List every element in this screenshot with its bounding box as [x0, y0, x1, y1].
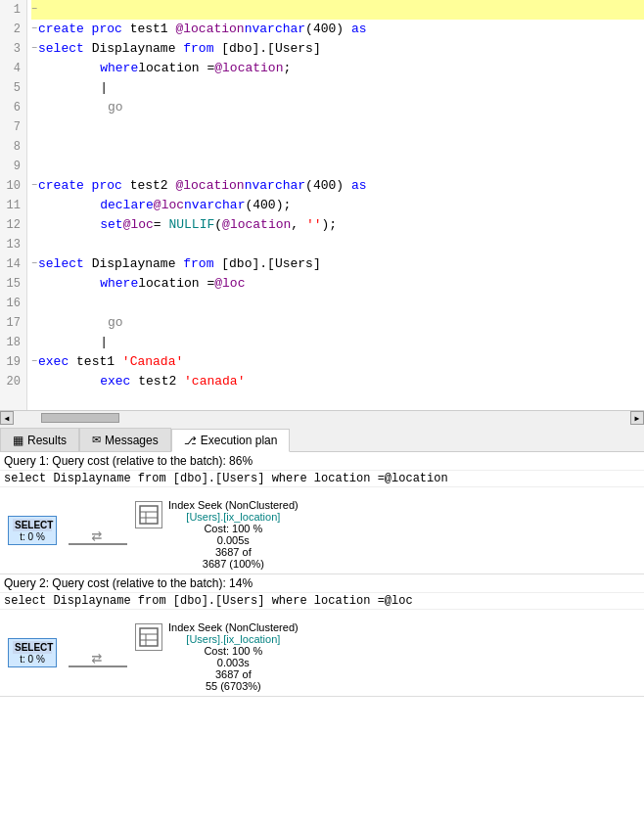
- code-line-4: where location =@location;: [31, 59, 644, 78]
- svg-rect-4: [140, 628, 158, 646]
- code-line-14: −select Displayname from [dbo].[Users]: [31, 254, 644, 274]
- collapse-icon-2[interactable]: −: [31, 20, 37, 39]
- query2-select-box: SELECT t: 0 %: [8, 638, 57, 667]
- query1-sql: select Displayname from [dbo].[Users] wh…: [0, 471, 644, 487]
- code-line-11: declare @loc nvarchar(400);: [31, 196, 644, 215]
- query1-seek-rows2: 3687 (100%): [168, 558, 299, 570]
- query2-seek-info: Index Seek (NonClustered) [Users].[ix_lo…: [168, 621, 299, 692]
- query1-seek-io: 0.005s: [168, 534, 299, 546]
- tabs-bar: ▦ Results ✉ Messages ⎇ Execution plan: [0, 425, 644, 452]
- code-line-15: where location =@loc: [31, 274, 644, 294]
- query1-sql-text: select Displayname from [dbo].[Users] wh…: [4, 472, 448, 485]
- query2-exec-diagram: SELECT t: 0 % ⇅: [0, 610, 644, 696]
- results-area: Query 1: Query cost (relative to the bat…: [0, 452, 644, 697]
- query2-seek-rows2: 55 (6703%): [168, 680, 299, 692]
- query2-seek-io: 0.003s: [168, 657, 299, 668]
- query1-flow-icon: ⇅: [87, 531, 109, 542]
- code-line-10: −create proc test2 @location nvarchar(40…: [31, 176, 644, 196]
- code-line-20: exec test2 'canada': [31, 372, 644, 391]
- query2-sql: select Displayname from [dbo].[Users] wh…: [0, 593, 644, 610]
- tab-messages-label: Messages: [105, 434, 159, 447]
- query1-block: Query 1: Query cost (relative to the bat…: [0, 452, 644, 574]
- code-line-19: −exec test1 'Canada': [31, 352, 644, 372]
- code-line-12: set @loc= NULLIF(@location, '');: [31, 215, 644, 235]
- query1-select-label: SELECT: [13, 519, 52, 531]
- query2-block: Query 2: Query cost (relative to the bat…: [0, 574, 644, 697]
- code-line-9: [31, 157, 644, 176]
- code-content[interactable]: − −create proc test1 @location nvarchar(…: [27, 0, 644, 410]
- code-line-6: go: [31, 98, 644, 117]
- query2-table-icon: [135, 623, 162, 651]
- scroll-left-arrow[interactable]: ◀: [0, 411, 14, 425]
- code-line-2: −create proc test1 @location nvarchar(40…: [31, 20, 644, 39]
- code-line-5: |: [31, 78, 644, 98]
- query2-flow-icon: ⇅: [87, 654, 109, 665]
- query1-seek-cost: Cost: 100 %: [168, 523, 299, 534]
- message-icon: ✉: [92, 434, 101, 446]
- query2-seek-cost: Cost: 100 %: [168, 645, 299, 657]
- code-line-13: [31, 235, 644, 254]
- horizontal-scrollbar[interactable]: ◀ ▶: [0, 411, 644, 425]
- code-line-1: −: [31, 0, 644, 20]
- tab-results[interactable]: ▦ Results: [0, 428, 79, 451]
- code-line-17: go: [31, 313, 644, 333]
- query1-seek-index: [Users].[ix_location]: [168, 511, 299, 523]
- svg-rect-0: [140, 506, 158, 524]
- query2-seek-index: [Users].[ix_location]: [168, 633, 299, 645]
- tab-execution-plan-label: Execution plan: [201, 434, 278, 447]
- query1-seek-label: Index Seek (NonClustered): [168, 499, 299, 511]
- query2-header: Query 2: Query cost (relative to the bat…: [0, 574, 644, 593]
- code-line-3: −select Displayname from [dbo].[Users]: [31, 39, 644, 59]
- tab-execution-plan[interactable]: ⎇ Execution plan: [171, 429, 291, 452]
- query1-select-box: SELECT t: 0 %: [8, 516, 57, 545]
- query2-seek-rows: 3687 of: [168, 668, 299, 680]
- query1-seek-rows: 3687 of: [168, 546, 299, 558]
- query1-seek-info: Index Seek (NonClustered) [Users].[ix_lo…: [168, 499, 299, 570]
- code-line-8: [31, 137, 644, 157]
- scroll-track[interactable]: [14, 411, 630, 425]
- query1-header-text: Query 1: Query cost (relative to the bat…: [4, 454, 253, 468]
- plan-icon: ⎇: [184, 435, 197, 447]
- query2-select-cost: t: 0 %: [13, 654, 52, 665]
- query2-header-text: Query 2: Query cost (relative to the bat…: [4, 576, 253, 590]
- scroll-thumb[interactable]: [41, 413, 119, 423]
- code-line-18: |: [31, 333, 644, 352]
- code-line-16: [31, 294, 644, 313]
- tab-results-label: Results: [27, 434, 67, 447]
- code-editor[interactable]: 1 2 3 4 5 6 7 8 9 10 11 12 13 14 15 16 1…: [0, 0, 644, 411]
- query1-select-cost: t: 0 %: [13, 531, 52, 542]
- query2-sql-text: select Displayname from [dbo].[Users] wh…: [4, 594, 413, 608]
- collapse-icon-1[interactable]: −: [31, 0, 37, 20]
- scroll-right-arrow[interactable]: ▶: [630, 411, 644, 425]
- query1-exec-diagram: SELECT t: 0 % ⇅: [0, 487, 644, 574]
- query1-header: Query 1: Query cost (relative to the bat…: [0, 452, 644, 471]
- grid-icon: ▦: [13, 434, 23, 447]
- code-line-7: [31, 117, 644, 137]
- query2-select-label: SELECT: [13, 641, 52, 654]
- line-numbers: 1 2 3 4 5 6 7 8 9 10 11 12 13 14 15 16 1…: [0, 0, 27, 410]
- query1-table-icon: [135, 501, 162, 528]
- query2-seek-label: Index Seek (NonClustered): [168, 621, 299, 633]
- tab-messages[interactable]: ✉ Messages: [79, 428, 171, 451]
